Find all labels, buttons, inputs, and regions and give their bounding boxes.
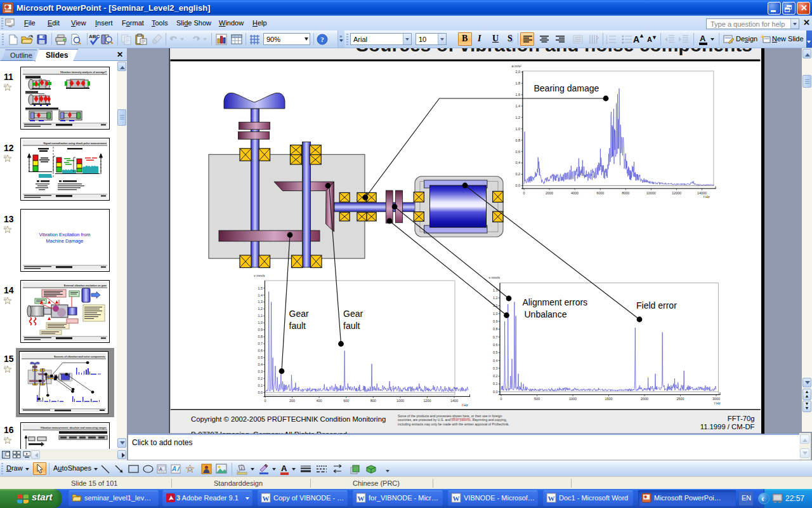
svg-text:0,2: 0,2 bbox=[258, 377, 263, 380]
svg-text:f Hz: f Hz bbox=[462, 403, 468, 407]
svg-text:1,6: 1,6 bbox=[516, 93, 521, 97]
svg-text:0,7: 0,7 bbox=[258, 342, 263, 345]
svg-text:0,8: 0,8 bbox=[516, 138, 521, 142]
svg-text:0,2: 0,2 bbox=[493, 374, 498, 378]
svg-text:1,1: 1,1 bbox=[493, 304, 498, 307]
svg-text:Gear: Gear bbox=[343, 309, 363, 319]
svg-text:0,2: 0,2 bbox=[516, 172, 521, 176]
svg-text:Vibration Excitation from: Vibration Excitation from bbox=[39, 232, 90, 237]
svg-text:6000: 6000 bbox=[596, 191, 604, 195]
svg-text:1,4: 1,4 bbox=[516, 104, 521, 108]
svg-text:Sources of vibration and noise: Sources of vibration and noise component… bbox=[54, 355, 105, 358]
svg-text:Field error: Field error bbox=[636, 300, 677, 311]
svg-text:1,5: 1,5 bbox=[258, 286, 263, 290]
svg-text:500: 500 bbox=[534, 397, 540, 401]
svg-text:1,2: 1,2 bbox=[516, 116, 521, 119]
svg-text:W: W bbox=[548, 495, 555, 502]
svg-text:0,0: 0,0 bbox=[258, 391, 263, 394]
svg-text:0,8: 0,8 bbox=[493, 327, 498, 331]
svg-text:Copyright © 2002-2005 PRÜFTECH: Copyright © 2002-2005 PRÜFTECHNIK Condit… bbox=[191, 415, 386, 423]
svg-text:12000: 12000 bbox=[672, 191, 681, 195]
svg-text:0,7: 0,7 bbox=[493, 335, 498, 339]
svg-text:4000: 4000 bbox=[571, 191, 579, 195]
svg-text:FFT-70g: FFT-70g bbox=[728, 415, 755, 422]
svg-text:0,9: 0,9 bbox=[493, 319, 498, 323]
svg-text:400: 400 bbox=[317, 399, 322, 403]
svg-text:0,4: 0,4 bbox=[258, 363, 263, 366]
svg-text:a m/s²: a m/s² bbox=[512, 64, 521, 68]
svg-text:W: W bbox=[358, 495, 365, 502]
svg-text:Gear: Gear bbox=[289, 309, 309, 319]
svg-text:0,6: 0,6 bbox=[516, 150, 521, 154]
svg-text:2500: 2500 bbox=[677, 397, 684, 401]
svg-text:ABC: ABC bbox=[89, 34, 100, 39]
svg-text:including extracts may only be: including extracts may only be made with… bbox=[398, 422, 509, 426]
svg-text:3000: 3000 bbox=[712, 397, 720, 401]
svg-text:0,1: 0,1 bbox=[258, 384, 263, 387]
svg-text:1,2: 1,2 bbox=[493, 296, 498, 300]
svg-text:0,4: 0,4 bbox=[516, 161, 521, 164]
svg-text:0,9: 0,9 bbox=[258, 328, 263, 331]
svg-text:0,8: 0,8 bbox=[258, 335, 263, 338]
svg-text:Bearing damage: Bearing damage bbox=[534, 83, 599, 93]
svg-text:800: 800 bbox=[370, 399, 376, 403]
svg-text:countries, are protected by U.: countries, are protected by U.S. and ͞o͞… bbox=[398, 418, 507, 422]
svg-text:1400: 1400 bbox=[450, 399, 458, 403]
svg-text:f Hz: f Hz bbox=[704, 195, 710, 199]
svg-text:v mm/s: v mm/s bbox=[489, 276, 501, 279]
svg-text:0,6: 0,6 bbox=[493, 343, 498, 347]
svg-text:0,3: 0,3 bbox=[258, 370, 263, 373]
svg-text:1200: 1200 bbox=[423, 399, 431, 403]
svg-text:W: W bbox=[453, 495, 460, 502]
svg-text:0,6: 0,6 bbox=[258, 349, 263, 352]
svg-text:10000: 10000 bbox=[646, 191, 656, 195]
svg-text:External vibration excitation: External vibration excitation on gear bbox=[64, 284, 107, 287]
svg-text:2000: 2000 bbox=[641, 397, 648, 401]
svg-text:600: 600 bbox=[343, 399, 349, 403]
svg-text:0: 0 bbox=[523, 191, 525, 195]
svg-text:1,0: 1,0 bbox=[516, 127, 521, 131]
svg-text:200: 200 bbox=[289, 399, 295, 403]
svg-text:?: ? bbox=[320, 36, 324, 43]
svg-text:0,5: 0,5 bbox=[493, 351, 498, 354]
svg-text:0,5: 0,5 bbox=[258, 356, 263, 359]
svg-text:1,8: 1,8 bbox=[516, 81, 521, 85]
svg-text:v mm/s: v mm/s bbox=[254, 274, 265, 277]
svg-text:0: 0 bbox=[265, 399, 266, 403]
svg-text:Vibration measurement: absolut: Vibration measurement: absolute and meas… bbox=[41, 426, 107, 429]
svg-text:Vibration intensity analysis o: Vibration intensity analysis of average? bbox=[60, 70, 107, 74]
svg-text:1,0: 1,0 bbox=[258, 321, 263, 324]
svg-text:Machine Damage: Machine Damage bbox=[46, 238, 84, 244]
svg-text:0,0: 0,0 bbox=[493, 390, 498, 394]
svg-text:W: W bbox=[263, 495, 270, 502]
svg-text:0,0: 0,0 bbox=[516, 184, 521, 187]
svg-text:0: 0 bbox=[501, 397, 502, 401]
svg-text:A: A bbox=[171, 465, 176, 472]
svg-text:A: A bbox=[159, 467, 162, 471]
svg-text:fault: fault bbox=[289, 321, 306, 331]
svg-text:Unbalance: Unbalance bbox=[525, 309, 567, 319]
svg-text:1000: 1000 bbox=[569, 397, 577, 401]
svg-text:2000: 2000 bbox=[546, 191, 553, 195]
svg-text:Signal normalisation using sho: Signal normalisation using shock pulse m… bbox=[43, 142, 107, 145]
svg-text:3: 3 bbox=[606, 41, 608, 44]
svg-text:1,0: 1,0 bbox=[493, 312, 498, 316]
svg-text:fault: fault bbox=[343, 321, 360, 331]
svg-text:1500: 1500 bbox=[605, 397, 613, 401]
svg-text:1,1: 1,1 bbox=[258, 314, 263, 318]
svg-text:11.1999 / CM-DF: 11.1999 / CM-DF bbox=[700, 423, 755, 431]
svg-text:Sources of vibration and noise: Sources of vibration and noise component… bbox=[356, 48, 752, 55]
svg-text:Some of the products and proce: Some of the products and processes shown… bbox=[398, 414, 502, 418]
svg-text:0,4: 0,4 bbox=[493, 359, 498, 363]
svg-text:f Hz: f Hz bbox=[714, 401, 721, 405]
svg-text:1,3: 1,3 bbox=[258, 300, 263, 304]
svg-text:8000: 8000 bbox=[622, 191, 629, 195]
svg-text:0,1: 0,1 bbox=[493, 382, 498, 385]
svg-text:2,0: 2,0 bbox=[516, 70, 521, 74]
svg-text:Alignment errors: Alignment errors bbox=[522, 297, 587, 307]
svg-text:1000: 1000 bbox=[396, 399, 404, 403]
svg-text:0,3: 0,3 bbox=[493, 366, 498, 370]
svg-text:1,2: 1,2 bbox=[258, 307, 263, 311]
svg-text:1,4: 1,4 bbox=[258, 293, 263, 297]
